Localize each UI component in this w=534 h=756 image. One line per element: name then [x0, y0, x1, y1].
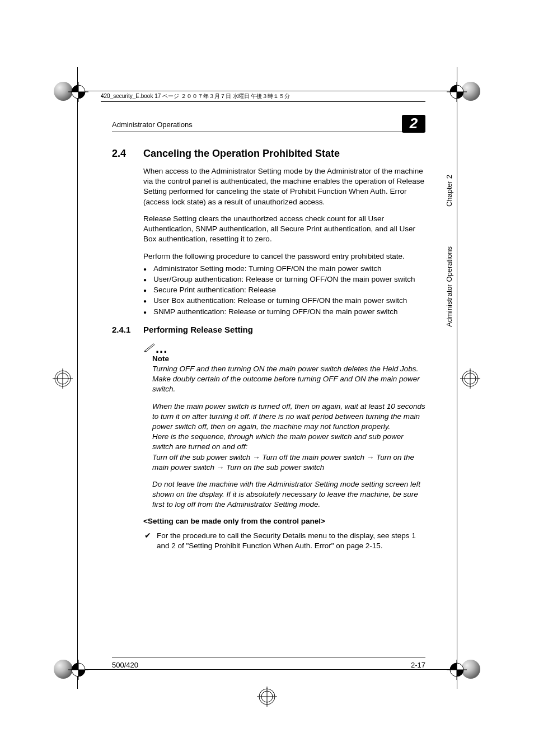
note-label: Note [152, 354, 425, 363]
paragraph: Perform the following procedure to cance… [143, 251, 425, 262]
note-paragraph: Turning OFF and then turning ON the main… [152, 364, 425, 395]
paragraph: Release Setting clears the unauthorized … [143, 214, 425, 245]
list-item: Administrator Setting mode: Turning OFF/… [143, 264, 425, 274]
registration-cross [67, 81, 90, 103]
registration-target [460, 368, 480, 389]
crop-line [457, 67, 457, 689]
registration-target [257, 687, 277, 707]
note-paragraph: Turn off the sub power switch → Turn off… [152, 452, 425, 473]
source-meta-line: 420_security_E.book 17 ページ ２００７年３月７日 水曜日… [101, 92, 425, 102]
note-paragraph: Here is the sequence, through which the … [152, 432, 425, 452]
note-paragraph: Do not leave the machine with the Admini… [152, 479, 425, 510]
section-title: Canceling the Operation Prohibited State [143, 148, 340, 160]
registration-cross [446, 659, 468, 681]
paragraph: When access to the Administrator Setting… [143, 166, 425, 207]
list-item: User Box authentication: Release or turn… [143, 296, 425, 306]
note-icon: ... [143, 340, 425, 354]
registration-cross [446, 81, 468, 103]
subsection-title: Performing Release Setting [143, 325, 253, 334]
page-header-section: Administrator Operations [112, 120, 193, 129]
list-item: SNMP authentication: Release or turning … [143, 307, 425, 317]
chapter-badge: 2 [402, 115, 425, 133]
crop-line [73, 91, 461, 91]
section-number: 2.4 [112, 148, 143, 160]
setting-heading: <Setting can be made only from the contr… [143, 517, 425, 525]
bullet-list: Administrator Setting mode: Turning OFF/… [143, 264, 425, 317]
subsection-number: 2.4.1 [112, 325, 143, 334]
registration-cross [67, 659, 90, 681]
crop-line [73, 669, 461, 670]
crop-line [77, 67, 78, 689]
procedure-reference: For the procedure to call the Security D… [143, 531, 425, 551]
note-paragraph: When the main power switch is turned off… [152, 402, 425, 432]
footer-page-number: 2-17 [411, 661, 425, 669]
footer-model: 500/420 [112, 661, 138, 669]
list-item: Secure Print authentication: Release [143, 285, 425, 295]
header-rule [112, 132, 425, 132]
side-chapter-label: Chapter 2 [445, 175, 453, 207]
list-item: User/Group authentication: Release or tu… [143, 274, 425, 284]
registration-target [53, 368, 73, 389]
side-section-label: Administrator Operations [445, 246, 453, 327]
